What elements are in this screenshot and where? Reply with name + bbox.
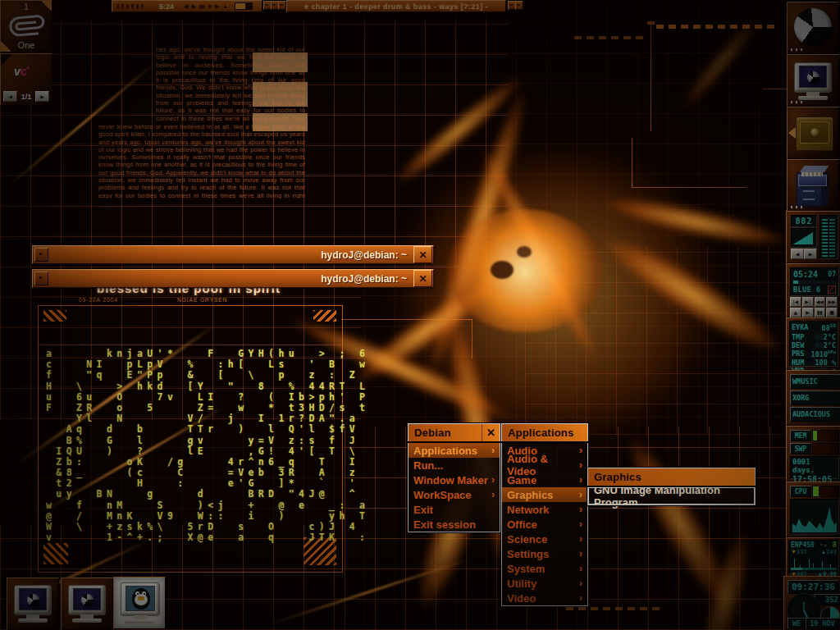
player-controls-bar[interactable]: 5:24 ◀ ▶ ▮▮ ■ ▶ ▲ — [112, 0, 262, 12]
swap-label: SWP — [795, 445, 806, 453]
pause-icon[interactable]: ▮▮ — [199, 3, 205, 9]
close-icon[interactable]: ✕ — [413, 270, 432, 287]
running-indicator — [791, 206, 804, 208]
submenu-arrow-icon: › — [579, 548, 582, 559]
prev-track-button[interactable]: |◀ — [790, 297, 801, 307]
app-list-dockapp[interactable]: WMUSIC XORG AUDACIOUS — [786, 370, 840, 426]
play-button[interactable]: ▶ — [802, 308, 814, 317]
submenu-arrow-icon: › — [579, 504, 582, 515]
clip-next-arrow[interactable] — [41, 1, 52, 11]
weather-station: EYKA — [792, 323, 808, 331]
tux-monitor-icon — [121, 582, 160, 623]
submenu-arrow-icon: › — [491, 445, 495, 456]
monitor-icon — [794, 62, 832, 100]
drawer-clip-arrow[interactable] — [788, 127, 796, 139]
uptime-days: 0001 days, — [791, 457, 838, 475]
net-dockapp[interactable]: ENP4S0 ▼▲ 8 ▼537 ▲243 ▼383 ▲0.00 — [786, 537, 840, 577]
net-indicator: 8 — [833, 541, 837, 549]
menu-debian-title[interactable]: Debian ✕ — [408, 423, 500, 442]
terminal-titlebar-2[interactable]: hydroJ@debian: ~ ✕ — [32, 269, 434, 288]
submenu-arrow-icon: › — [579, 474, 582, 486]
menu-item-science[interactable]: Science› — [502, 532, 587, 546]
next-track-button[interactable]: ▶| — [802, 297, 814, 307]
net-graph — [791, 556, 837, 570]
dock-tile-wmaker[interactable] — [787, 2, 839, 54]
clock-day-of-year: 352 — [825, 596, 838, 604]
sysmon-dockapp[interactable]: MEM SWP 0001 days, 17:58:05 — [786, 426, 840, 482]
eject-icon[interactable]: ▲ — [222, 3, 228, 9]
fast-forward-button[interactable]: ▶▶ — [826, 297, 838, 307]
mixer-dockapp[interactable]: 882 ◀ ▶ — [786, 211, 840, 263]
song-title-bar[interactable]: e chapter 1 - deeper drum & bass - ways … — [286, 0, 506, 12]
running-indicator — [791, 48, 804, 51]
prev-icon[interactable]: ◀ — [184, 3, 188, 10]
menu-applications: Applications Audio› Audio & Video› Game›… — [501, 423, 588, 606]
menu-item-window-maker[interactable]: Window Maker › — [409, 472, 500, 487]
shade-minibox-5[interactable] — [515, 1, 523, 10]
menu-item-exit[interactable]: Exit — [409, 502, 500, 517]
menu-item-exit-session[interactable]: Exit session — [409, 517, 500, 532]
miniwindow-terminal-1[interactable] — [7, 578, 59, 630]
close-icon[interactable]: ✕ — [413, 246, 432, 263]
pager-left-button[interactable]: ◀ — [3, 91, 17, 102]
miniwindow-terminal-2[interactable] — [61, 578, 113, 630]
shade-minibox-3[interactable] — [278, 1, 286, 10]
dock-tile-drawer[interactable] — [787, 107, 839, 159]
dock-tile-cabinet[interactable] — [787, 159, 839, 212]
stop-icon[interactable]: ■ — [208, 3, 211, 9]
dock-tile-terminal[interactable] — [787, 54, 839, 107]
menu-item-applications[interactable]: Applications › — [409, 443, 500, 458]
menu-item-gimp[interactable]: GNU Image Manipulation Program — [588, 487, 755, 504]
workspace-clip[interactable]: 1 One — [0, 0, 52, 52]
clock-dockapp[interactable]: 09:27:36 352 WE 19 NOV — [783, 576, 840, 630]
play-icon[interactable]: ▶ — [191, 3, 195, 10]
menu-item-video[interactable]: Video› — [502, 591, 587, 605]
clock-date: 19 NOV — [810, 619, 835, 628]
miniwindow-tux[interactable] — [113, 577, 166, 629]
menu-item-workspace[interactable]: WorkSpace › — [409, 487, 500, 502]
rewind-button[interactable]: ◀◀ — [815, 297, 826, 307]
desktop: ries ago, we've thought about the sweet … — [0, 0, 840, 630]
menu-item-network[interactable]: Network› — [502, 502, 587, 517]
pager-corner — [1, 54, 12, 66]
menu-applications-title[interactable]: Applications — [501, 423, 588, 442]
app-list-item: XORG — [792, 394, 809, 402]
terminal-titlebar-1[interactable]: hydroJ@debian: ~ ✕ — [32, 245, 434, 264]
menu-graphics: Graphics GNU Image Manipulation Program — [587, 468, 756, 505]
volume-slider[interactable] — [235, 2, 253, 10]
menu-item-system[interactable]: System› — [502, 561, 587, 576]
cpu-dockapp[interactable]: CPU — [786, 482, 840, 537]
net-up-rate: 243 — [826, 549, 837, 555]
stop-button[interactable]: ■ — [826, 308, 838, 317]
file-cabinet-icon — [797, 166, 829, 205]
menu-item-utility[interactable]: Utility› — [502, 576, 587, 591]
miniaturize-button[interactable] — [34, 248, 48, 262]
menu-close-icon[interactable]: ✕ — [482, 424, 500, 441]
player-progress[interactable] — [793, 281, 836, 284]
app-list-item: WMUSIC — [792, 377, 818, 386]
submenu-arrow-icon: › — [579, 445, 582, 456]
wallpaper-paragraph-top: ries ago, we've thought about the sweet … — [156, 46, 305, 121]
drawer-icon — [796, 116, 833, 151]
music-player-dockapp[interactable]: 05:24 07 BLUE 6 |◀ ▶| ◀◀ ▶▶ ▲ ▶ ▮▮ ■ — [786, 263, 840, 317]
menu-item-audio-video[interactable]: Audio & Video› — [502, 458, 587, 472]
wallpaper-slogan-credit: NOIAE ORYSEN — [177, 297, 227, 303]
eject-button[interactable]: ▲ — [790, 308, 801, 317]
menu-item-graphics[interactable]: Graphics› — [502, 487, 587, 502]
clock-weekday: WE — [792, 619, 801, 628]
pager-right-button[interactable]: ▶ — [35, 91, 49, 102]
next-icon[interactable]: ▶ — [215, 3, 219, 10]
menu-item-run[interactable]: Run... — [409, 458, 500, 472]
menu-item-office[interactable]: Office› — [502, 517, 587, 532]
weather-hum: 100 % — [815, 358, 836, 367]
mixer-right-button[interactable]: ▶ — [804, 249, 817, 259]
weather-dockapp[interactable]: EYKA 0850 TMP 882°C DEW 882°C PRS 1010hP… — [786, 317, 840, 370]
cpu-load-bar — [812, 486, 839, 497]
menu-item-settings[interactable]: Settings› — [502, 546, 587, 561]
mixer-left-button[interactable]: ◀ — [791, 249, 804, 259]
vc-logo: vc• — [14, 64, 30, 78]
pause-button[interactable]: ▮▮ — [815, 308, 826, 317]
pager-dockapp[interactable]: vc• ◀ 1/1 ▶ — [0, 53, 52, 106]
terminal-charmap[interactable]: a knjaU'* F GYH(hu > ; 6 c NI pLpV % :h[… — [46, 348, 330, 542]
miniaturize-button[interactable] — [34, 272, 48, 285]
